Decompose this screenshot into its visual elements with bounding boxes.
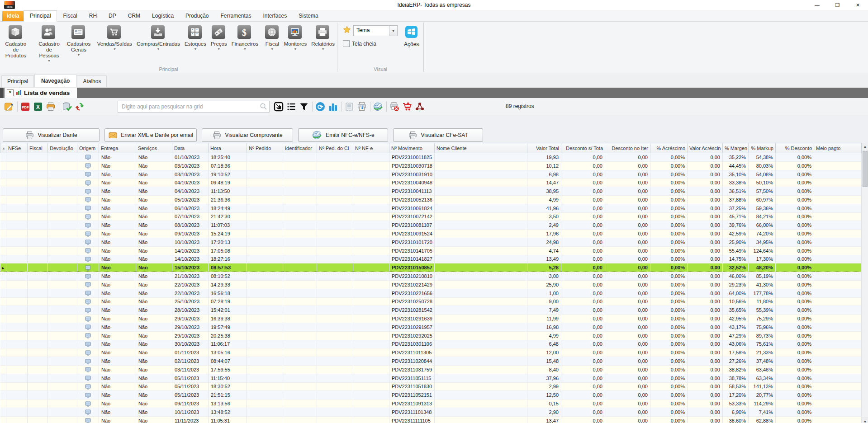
cell-pct_acr[interactable]: 0,00% xyxy=(650,348,688,357)
cell-valor[interactable]: 41,96 xyxy=(527,204,561,212)
cell-identificador[interactable] xyxy=(283,306,317,315)
menu-ideia-button[interactable]: ideia xyxy=(2,11,24,21)
cell-sel[interactable] xyxy=(0,416,6,423)
column-header-origem[interactable]: Origem xyxy=(77,143,99,153)
cell-entrega[interactable]: Não xyxy=(99,221,136,230)
cell-val_acr[interactable]: 0,00 xyxy=(688,255,723,263)
cell-desc_tot[interactable]: 0,00 xyxy=(561,365,605,374)
cell-markup[interactable]: 54,08% xyxy=(749,170,776,179)
cell-servicos[interactable]: Não xyxy=(136,391,172,400)
cell-data[interactable]: 06/10/2023 xyxy=(172,204,209,212)
cell-meio[interactable] xyxy=(814,408,862,416)
cell-pct_acr[interactable]: 0,00% xyxy=(650,331,688,340)
cell-hora[interactable]: 18:27:16 xyxy=(209,255,247,263)
cell-sel[interactable] xyxy=(0,272,6,281)
column-header-entrega[interactable]: Entrega xyxy=(99,143,136,153)
column-header-desc_tot[interactable]: Desconto s/ Tota xyxy=(561,143,605,153)
cell-pedcli[interactable] xyxy=(317,187,353,196)
cell-pedcli[interactable] xyxy=(317,400,353,408)
cell-entrega[interactable]: Não xyxy=(99,272,136,281)
cell-nfse[interactable] xyxy=(6,187,28,196)
cell-markup[interactable]: 55,39% xyxy=(749,306,776,315)
cell-devolucao[interactable] xyxy=(48,331,77,340)
cell-margem[interactable]: 42,59% xyxy=(723,230,749,238)
cell-fiscal[interactable] xyxy=(28,170,48,179)
cell-pedido[interactable] xyxy=(247,416,283,423)
cell-movimento[interactable]: PDV22310031910 xyxy=(389,170,435,179)
cell-markup[interactable]: 75,29% xyxy=(749,315,776,323)
cell-hora[interactable]: 21:42:30 xyxy=(209,212,247,221)
cell-nfse[interactable] xyxy=(6,212,28,221)
cell-hora[interactable]: 18:24:49 xyxy=(209,204,247,212)
cell-hora[interactable]: 16:56:18 xyxy=(209,289,247,297)
pdf-icon[interactable]: PDF xyxy=(20,101,31,112)
cell-markup[interactable]: 85,19% xyxy=(749,272,776,281)
cell-origem[interactable] xyxy=(77,323,99,331)
cell-pedcli[interactable] xyxy=(317,416,353,423)
cell-desc_tot[interactable]: 0,00 xyxy=(561,315,605,323)
cell-data[interactable]: 10/11/2023 xyxy=(172,408,209,416)
cell-cliente[interactable] xyxy=(435,187,527,196)
cell-margem[interactable]: 14,75% xyxy=(723,255,749,263)
cell-desc_item[interactable]: 0,00 xyxy=(605,238,650,246)
cell-movimento[interactable]: PDV22311091313 xyxy=(389,400,435,408)
ribbon-button-people[interactable]: Cadastro de Pessoas▼ xyxy=(33,24,65,64)
cell-pct_acr[interactable]: 0,00% xyxy=(650,280,688,289)
cell-servicos[interactable]: Não xyxy=(136,230,172,238)
table-row[interactable]: NãoNão14/10/202317:05:08PDV223101417054,… xyxy=(0,246,862,255)
cell-valor[interactable]: 38,95 xyxy=(527,187,561,196)
print-icon[interactable] xyxy=(45,101,56,112)
cell-markup[interactable]: 41,30% xyxy=(749,280,776,289)
cell-nfe[interactable] xyxy=(353,297,389,306)
button-visualizar-comprovante[interactable]: Visualizar Comprovante xyxy=(202,128,293,142)
cell-nfe[interactable] xyxy=(353,416,389,423)
cell-margem[interactable]: 35,10% xyxy=(723,170,749,179)
cell-cliente[interactable] xyxy=(435,153,527,162)
cell-sel[interactable] xyxy=(0,179,6,187)
cell-margem[interactable]: 42,95% xyxy=(723,315,749,323)
cell-movimento[interactable]: PDV22310210810 xyxy=(389,272,435,281)
table-row[interactable]: NãoNão07/10/202321:42:30PDV223100721423,… xyxy=(0,212,862,221)
cell-fiscal[interactable] xyxy=(28,196,48,204)
cell-pedido[interactable] xyxy=(247,315,283,323)
cell-val_acr[interactable]: 0,00 xyxy=(688,170,723,179)
cell-nfse[interactable] xyxy=(6,272,28,281)
export-icon[interactable] xyxy=(273,101,284,112)
cell-pedcli[interactable] xyxy=(317,238,353,246)
table-row[interactable]: NãoNão21/10/202308:10:52PDV223102108103,… xyxy=(0,272,862,281)
cell-movimento[interactable]: PDV22311101348 xyxy=(389,408,435,416)
cell-valor[interactable]: 4,99 xyxy=(527,331,561,340)
cell-data[interactable]: 03/10/2023 xyxy=(172,170,209,179)
cell-sel[interactable] xyxy=(0,255,6,263)
cell-entrega[interactable]: Não xyxy=(99,315,136,323)
cell-pct_acr[interactable]: 0,00% xyxy=(650,263,688,272)
cell-pedido[interactable] xyxy=(247,179,283,187)
cell-entrega[interactable]: Não xyxy=(99,297,136,306)
cell-val_acr[interactable]: 0,00 xyxy=(688,289,723,297)
cell-margem[interactable]: 32,52% xyxy=(723,263,749,272)
cell-servicos[interactable]: Não xyxy=(136,272,172,281)
cell-desc_tot[interactable]: 0,00 xyxy=(561,255,605,263)
cell-servicos[interactable]: Não xyxy=(136,357,172,366)
cell-entrega[interactable]: Não xyxy=(99,289,136,297)
cell-entrega[interactable]: Não xyxy=(99,408,136,416)
ribbon-button-monitor[interactable]: Monitores▼ xyxy=(282,24,309,52)
cell-nfse[interactable] xyxy=(6,348,28,357)
cell-fiscal[interactable] xyxy=(28,331,48,340)
table-row[interactable]: NãoNão03/11/202317:59:55PDV223110317598,… xyxy=(0,365,862,374)
cell-data[interactable]: 25/10/2023 xyxy=(172,297,209,306)
cell-margem[interactable]: 43,17% xyxy=(723,323,749,331)
cell-markup[interactable]: 62,88% xyxy=(749,416,776,423)
cell-meio[interactable] xyxy=(814,340,862,348)
cell-pedido[interactable] xyxy=(247,374,283,382)
cell-pedido[interactable] xyxy=(247,348,283,357)
cell-pedcli[interactable] xyxy=(317,374,353,382)
print-down-icon[interactable] xyxy=(356,101,367,112)
cell-data[interactable]: 03/10/2023 xyxy=(172,161,209,170)
cell-pct_acr[interactable]: 0,00% xyxy=(650,297,688,306)
cell-servicos[interactable]: Não xyxy=(136,365,172,374)
cell-entrega[interactable]: Não xyxy=(99,255,136,263)
cell-desc_tot[interactable]: 0,00 xyxy=(561,170,605,179)
cell-movimento[interactable]: PDV22311011305 xyxy=(389,348,435,357)
cell-identificador[interactable] xyxy=(283,187,317,196)
